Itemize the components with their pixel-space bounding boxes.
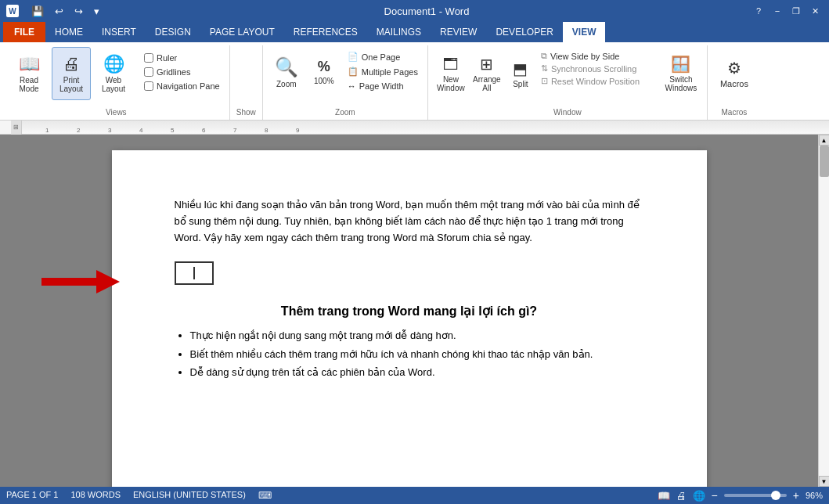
view-mode-web[interactable]: 🌐 (693, 490, 705, 502)
vertical-scrollbar[interactable]: ▲ ▼ (818, 135, 829, 487)
minus-zoom-button[interactable]: − (712, 489, 718, 502)
tab-review[interactable]: REVIEW (431, 22, 486, 42)
macros-button[interactable]: ⚙ Macros (714, 47, 755, 100)
navigation-pane-checkbox[interactable] (144, 81, 153, 91)
new-window-label: NewWindow (437, 75, 465, 92)
macros-group-label: Macros (714, 106, 755, 118)
gridlines-checkbox[interactable] (144, 67, 153, 77)
one-page-icon: 📄 (348, 52, 359, 62)
sync-scroll-label: Synchronous Scrolling (551, 64, 636, 74)
svg-text:7: 7 (233, 127, 237, 134)
view-side-icon: ⧉ (541, 51, 547, 61)
scroll-down-button[interactable]: ▼ (819, 476, 830, 487)
redo-button[interactable]: ↪ (71, 4, 86, 19)
document-page[interactable]: Nhiều lúc khi đang soạn thảo văn bản tro… (112, 150, 707, 487)
ribbon: 📖 ReadMode 🖨 PrintLayout 🌐 WebLayout Rul… (0, 42, 829, 121)
arrange-all-button[interactable]: ⊞ ArrangeAll (470, 47, 503, 100)
restore-button[interactable]: ❐ (788, 3, 804, 19)
macros-group: ⚙ Macros Macros (708, 45, 761, 120)
web-layout-button[interactable]: 🌐 WebLayout (94, 47, 133, 100)
gridlines-checkbox-label[interactable]: Gridlines (141, 66, 223, 78)
view-mode-print[interactable]: 🖨 (676, 490, 687, 502)
main-content: Nhiều lúc khi đang soạn thảo văn bản tro… (0, 135, 829, 487)
list-item-2: Biết thêm nhiều cách thêm trang mới hữu … (190, 345, 644, 363)
window-group-content: 🗔 NewWindow ⊞ ArrangeAll ⬒ Split ⧉ (434, 47, 701, 106)
synchronous-scrolling-button[interactable]: ⇅ Synchronous Scrolling (538, 63, 655, 74)
horizontal-ruler: 1 2 3 4 5 6 7 8 9 (22, 121, 829, 135)
list-item-1: Thực hiện ngắt nội dung sang một trang m… (190, 326, 644, 344)
window-group: 🗔 NewWindow ⊞ ArrangeAll ⬒ Split ⧉ (428, 45, 708, 120)
view-side-by-side-button[interactable]: ⧉ View Side by Side (538, 50, 655, 62)
help-button[interactable]: ? (751, 3, 766, 19)
tab-developer[interactable]: DEVELOPER (486, 22, 562, 42)
zoom-button[interactable]: 🔍 Zoom (269, 47, 304, 97)
ruler-corner[interactable]: ⊞ (11, 121, 22, 135)
tab-home[interactable]: HOME (45, 22, 92, 42)
title-bar: W 💾 ↩ ↪ ▾ Document1 - Word ? − ❐ ✕ (0, 0, 829, 22)
svg-text:6: 6 (202, 127, 206, 134)
scroll-thumb[interactable] (820, 146, 829, 177)
navigation-pane-label: Navigation Pane (157, 81, 220, 91)
arrow-annotation (41, 266, 120, 300)
ruler-checkbox-label[interactable]: Ruler (141, 52, 223, 64)
zoom-percent-display[interactable]: 96% (806, 491, 823, 500)
zoom-percent-icon: % (318, 59, 330, 75)
zoom-slider[interactable] (724, 494, 787, 497)
split-label: Split (513, 80, 528, 88)
tab-file[interactable]: FILE (3, 22, 45, 42)
reset-window-label: Reset Window Position (551, 77, 640, 86)
switch-windows-label: SwitchWindows (665, 75, 697, 92)
save-button[interactable]: 💾 (28, 4, 47, 19)
customize-button[interactable]: ▾ (91, 4, 103, 19)
tab-design[interactable]: DESIGN (146, 22, 200, 42)
scroll-track[interactable] (819, 146, 829, 476)
zoom-percent-button[interactable]: % 100% (307, 47, 341, 97)
split-icon: ⬒ (513, 59, 528, 78)
show-checkboxes: Ruler Gridlines Navigation Pane (141, 52, 223, 92)
scroll-up-button[interactable]: ▲ (819, 135, 830, 146)
zoom-label: Zoom (276, 80, 297, 88)
ruler-checkbox[interactable] (144, 53, 153, 63)
status-right: 📖 🖨 🌐 − + 96% (658, 489, 823, 502)
multiple-pages-icon: 📋 (348, 67, 359, 77)
ribbon-tabs: FILE HOME INSERT DESIGN PAGE LAYOUT REFE… (0, 22, 829, 42)
reset-window-icon: ⊡ (541, 76, 548, 86)
tab-references[interactable]: REFERENCES (284, 22, 367, 42)
reset-window-position-button[interactable]: ⊡ Reset Window Position (538, 75, 655, 87)
minimize-button[interactable]: − (770, 3, 785, 19)
multiple-pages-label: Multiple Pages (362, 67, 418, 77)
print-layout-icon: 🖨 (63, 54, 80, 74)
macros-label: Macros (720, 79, 748, 88)
ruler-label: Ruler (157, 53, 177, 63)
document-heading: Thêm trang trong Word mang lại lợi ích g… (175, 304, 644, 319)
switch-windows-button[interactable]: 🪟 SwitchWindows (661, 47, 701, 100)
new-window-icon: 🗔 (443, 56, 459, 74)
tab-mailings[interactable]: MAILINGS (367, 22, 431, 42)
tab-view[interactable]: VIEW (563, 22, 606, 42)
svg-text:9: 9 (296, 127, 300, 134)
one-page-button[interactable]: 📄 One Page (344, 50, 421, 63)
view-mode-read[interactable]: 📖 (658, 490, 670, 502)
web-layout-icon: 🌐 (103, 54, 124, 74)
document-scroll-area[interactable]: Nhiều lúc khi đang soạn thảo văn bản tro… (0, 135, 818, 487)
page-width-button[interactable]: ↔ Page Width (344, 80, 421, 92)
plus-zoom-button[interactable]: + (793, 489, 799, 502)
new-window-button[interactable]: 🗔 NewWindow (434, 47, 467, 100)
views-group-label: Views (9, 106, 223, 118)
zoom-group-content: 🔍 Zoom % 100% 📄 One Page (269, 47, 421, 106)
navigation-pane-checkbox-label[interactable]: Navigation Pane (141, 80, 223, 92)
zoom-thumb[interactable] (771, 491, 780, 500)
page-info: PAGE 1 OF 1 (6, 490, 58, 501)
page-width-label: Page Width (359, 81, 404, 91)
macros-group-content: ⚙ Macros (714, 47, 755, 106)
tab-page-layout[interactable]: PAGE LAYOUT (200, 22, 284, 42)
multiple-pages-button[interactable]: 📋 Multiple Pages (344, 65, 421, 78)
svg-text:2: 2 (77, 127, 81, 134)
split-button[interactable]: ⬒ Split (506, 47, 535, 100)
close-button[interactable]: ✕ (807, 3, 823, 19)
tab-insert[interactable]: INSERT (92, 22, 146, 42)
print-layout-button[interactable]: 🖨 PrintLayout (52, 47, 91, 100)
document-title: Document1 - Word (103, 5, 751, 17)
undo-button[interactable]: ↩ (52, 4, 67, 19)
read-mode-button[interactable]: 📖 ReadMode (9, 47, 49, 100)
